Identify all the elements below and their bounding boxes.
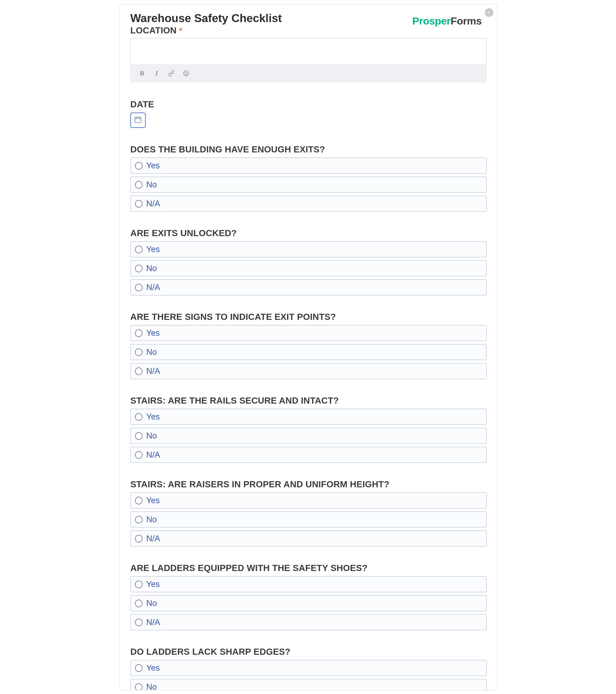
close-icon: ×: [487, 10, 491, 15]
question-block: STAIRS: ARE RAISERS IN PROPER AND UNIFOR…: [130, 479, 487, 547]
radio-option-no[interactable]: No: [130, 512, 487, 528]
option-label: No: [146, 599, 157, 608]
options-group: YesNoN/A: [130, 325, 487, 379]
rich-text-toolbar: B I: [130, 65, 487, 82]
option-label: No: [146, 515, 157, 525]
svg-point-0: [184, 71, 189, 76]
location-label: LOCATION: [130, 25, 176, 35]
options-group: YesNoN/A: [130, 241, 487, 295]
option-label: No: [146, 264, 157, 273]
location-input[interactable]: [130, 38, 487, 65]
option-label: No: [146, 431, 157, 441]
radio-option-na[interactable]: N/A: [130, 531, 487, 547]
radio-icon: [135, 432, 143, 440]
svg-rect-3: [135, 117, 141, 122]
radio-icon: [135, 600, 143, 607]
question-block: ARE THERE SIGNS TO INDICATE EXIT POINTS?…: [130, 312, 487, 379]
close-button[interactable]: ×: [485, 8, 493, 17]
required-indicator: *: [179, 26, 182, 35]
question-block: ARE LADDERS EQUIPPED WITH THE SAFETY SHO…: [130, 563, 487, 630]
page-canvas: × ProsperForms Warehouse Safety Checklis…: [0, 0, 616, 694]
date-label: DATE: [130, 99, 487, 109]
question-block: DOES THE BUILDING HAVE ENOUGH EXITS?YesN…: [130, 144, 487, 212]
option-label: Yes: [146, 328, 160, 338]
option-label: N/A: [146, 534, 160, 544]
radio-icon: [135, 581, 143, 588]
radio-option-yes[interactable]: Yes: [130, 409, 487, 425]
radio-icon: [135, 683, 143, 691]
question-label: ARE THERE SIGNS TO INDICATE EXIT POINTS?: [130, 312, 487, 322]
radio-icon: [135, 329, 143, 337]
radio-option-no[interactable]: No: [130, 344, 487, 360]
radio-option-yes[interactable]: Yes: [130, 241, 487, 257]
radio-icon: [135, 413, 143, 421]
radio-option-no[interactable]: No: [130, 260, 487, 276]
radio-option-na[interactable]: N/A: [130, 614, 487, 630]
radio-icon: [135, 200, 143, 207]
radio-option-no[interactable]: No: [130, 177, 487, 193]
radio-icon: [135, 535, 143, 543]
radio-option-no[interactable]: No: [130, 595, 487, 611]
option-label: Yes: [146, 161, 160, 170]
option-label: No: [146, 180, 157, 189]
radio-icon: [135, 367, 143, 375]
radio-icon: [135, 451, 143, 459]
question-label: STAIRS: ARE THE RAILS SECURE AND INTACT?: [130, 396, 487, 406]
option-label: N/A: [146, 618, 160, 627]
link-icon[interactable]: [167, 69, 175, 77]
date-picker-button[interactable]: [130, 112, 146, 128]
date-field: DATE: [130, 99, 487, 128]
questions-list: DOES THE BUILDING HAVE ENOUGH EXITS?YesN…: [130, 144, 487, 690]
options-group: YesNoN/A: [130, 493, 487, 547]
option-label: N/A: [146, 283, 160, 292]
radio-icon: [135, 516, 143, 524]
location-field: LOCATION * B I: [130, 25, 487, 82]
italic-icon[interactable]: I: [153, 69, 161, 77]
radio-option-na[interactable]: N/A: [130, 363, 487, 379]
radio-option-no[interactable]: No: [130, 679, 487, 690]
question-block: DO LADDERS LACK SHARP EDGES?YesNoN/A: [130, 647, 487, 690]
question-block: STAIRS: ARE THE RAILS SECURE AND INTACT?…: [130, 396, 487, 463]
radio-option-no[interactable]: No: [130, 428, 487, 444]
option-label: N/A: [146, 366, 160, 376]
option-label: Yes: [146, 663, 160, 673]
radio-icon: [135, 619, 143, 626]
option-label: Yes: [146, 412, 160, 422]
form-panel: × ProsperForms Warehouse Safety Checklis…: [119, 4, 497, 690]
options-group: YesNoN/A: [130, 576, 487, 630]
options-group: YesNoN/A: [130, 409, 487, 463]
radio-icon: [135, 497, 143, 505]
question-block: ARE EXITS UNLOCKED?YesNoN/A: [130, 228, 487, 295]
rich-text-wrap: B I: [130, 38, 487, 82]
radio-option-yes[interactable]: Yes: [130, 325, 487, 341]
bold-icon[interactable]: B: [138, 69, 146, 77]
options-group: YesNoN/A: [130, 158, 487, 212]
form-body: Warehouse Safety Checklist LOCATION * B …: [120, 5, 497, 690]
logo-text-2: Forms: [451, 15, 482, 27]
radio-icon: [135, 284, 143, 291]
option-label: N/A: [146, 199, 160, 208]
radio-option-yes[interactable]: Yes: [130, 660, 487, 676]
option-label: Yes: [146, 496, 160, 506]
radio-option-yes[interactable]: Yes: [130, 158, 487, 174]
calendar-icon: [134, 116, 142, 125]
option-label: Yes: [146, 245, 160, 254]
svg-point-1: [185, 72, 186, 73]
options-group: YesNoN/A: [130, 660, 487, 690]
radio-icon: [135, 264, 143, 272]
radio-option-na[interactable]: N/A: [130, 447, 487, 463]
question-label: DOES THE BUILDING HAVE ENOUGH EXITS?: [130, 144, 487, 154]
svg-point-2: [187, 72, 187, 73]
brand-logo: ProsperForms: [412, 15, 482, 27]
option-label: Yes: [146, 580, 160, 589]
emoji-icon[interactable]: [182, 69, 190, 77]
radio-icon: [135, 664, 143, 672]
option-label: No: [146, 682, 157, 691]
radio-icon: [135, 348, 143, 356]
radio-option-na[interactable]: N/A: [130, 279, 487, 295]
radio-option-na[interactable]: N/A: [130, 196, 487, 212]
radio-option-yes[interactable]: Yes: [130, 576, 487, 592]
radio-icon: [135, 162, 143, 169]
radio-option-yes[interactable]: Yes: [130, 493, 487, 509]
option-label: N/A: [146, 450, 160, 460]
